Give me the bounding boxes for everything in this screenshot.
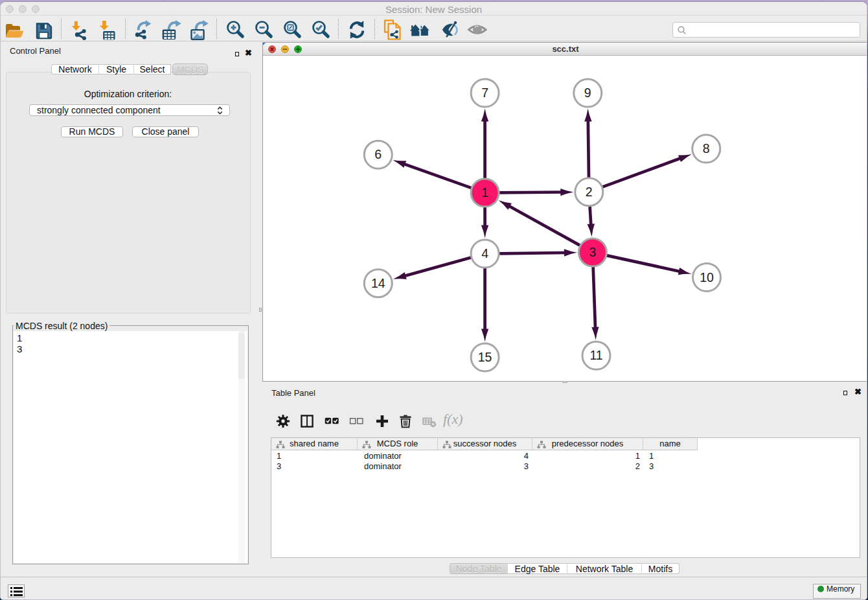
svg-text:15: 15 xyxy=(478,350,492,364)
svg-text:11: 11 xyxy=(589,348,602,362)
svg-text:7: 7 xyxy=(481,86,488,100)
svg-text:8: 8 xyxy=(703,141,710,156)
svg-text:1: 1 xyxy=(481,185,488,200)
svg-text:10: 10 xyxy=(700,270,714,284)
svg-text:4: 4 xyxy=(481,246,488,260)
svg-text:9: 9 xyxy=(584,86,591,100)
svg-text:3: 3 xyxy=(589,245,596,259)
svg-text:2: 2 xyxy=(586,185,593,199)
svg-text:6: 6 xyxy=(374,147,382,161)
svg-text:14: 14 xyxy=(371,276,385,290)
